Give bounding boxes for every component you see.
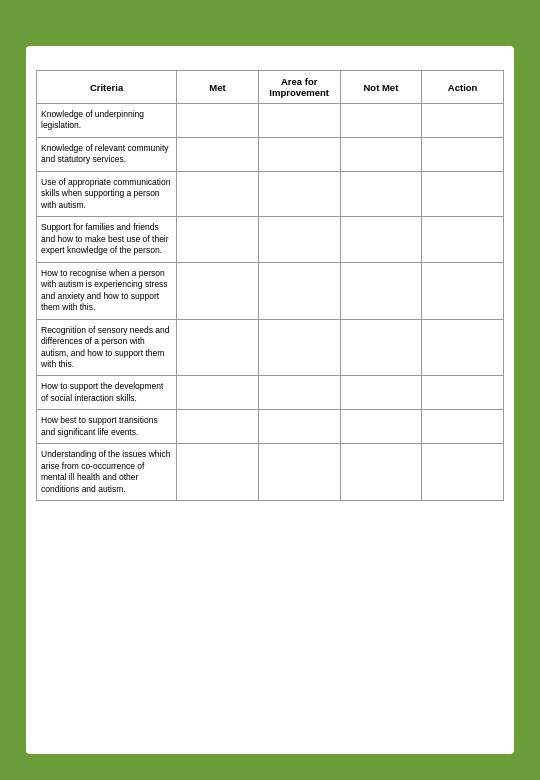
criteria-cell: Understanding of the issues which arise … (37, 444, 177, 501)
data-cell (422, 262, 504, 319)
data-cell (340, 137, 422, 171)
criteria-cell: How best to support transitions and sign… (37, 410, 177, 444)
table-row: Knowledge of underpinning legislation. (37, 104, 504, 138)
col-not-met: Not Met (340, 71, 422, 104)
table-row: Understanding of the issues which arise … (37, 444, 504, 501)
criteria-cell: Support for families and friends and how… (37, 217, 177, 262)
data-cell (422, 444, 504, 501)
data-cell (340, 171, 422, 216)
table-row: Knowledge of relevant community and stat… (37, 137, 504, 171)
data-cell (177, 376, 259, 410)
data-cell (340, 410, 422, 444)
table-row: How best to support transitions and sign… (37, 410, 504, 444)
data-cell (177, 319, 259, 376)
data-cell (340, 444, 422, 501)
white-card: Criteria Met Area forImprovement Not Met… (26, 46, 514, 754)
data-cell (258, 410, 340, 444)
data-cell (422, 137, 504, 171)
data-cell (422, 171, 504, 216)
data-cell (258, 376, 340, 410)
data-cell (258, 217, 340, 262)
data-cell (177, 137, 259, 171)
data-cell (422, 104, 504, 138)
data-cell (177, 262, 259, 319)
table-wrapper: Criteria Met Area forImprovement Not Met… (26, 70, 514, 754)
data-cell (258, 319, 340, 376)
data-cell (340, 376, 422, 410)
data-cell (422, 376, 504, 410)
data-cell (177, 217, 259, 262)
data-cell (340, 319, 422, 376)
data-cell (177, 444, 259, 501)
table-row: Recognition of sensory needs and differe… (37, 319, 504, 376)
table-row: Use of appropriate communication skills … (37, 171, 504, 216)
criteria-cell: Use of appropriate communication skills … (37, 171, 177, 216)
outer-container: Criteria Met Area forImprovement Not Met… (16, 16, 524, 764)
criteria-cell: How to recognise when a person with auti… (37, 262, 177, 319)
table-body: Knowledge of underpinning legislation.Kn… (37, 104, 504, 501)
data-cell (258, 171, 340, 216)
data-cell (258, 444, 340, 501)
data-cell (422, 217, 504, 262)
data-cell (177, 410, 259, 444)
data-cell (422, 319, 504, 376)
data-cell (258, 262, 340, 319)
table-row: How to support the development of social… (37, 376, 504, 410)
data-cell (422, 410, 504, 444)
checklist-table: Criteria Met Area forImprovement Not Met… (36, 70, 504, 501)
data-cell (340, 104, 422, 138)
data-cell (340, 217, 422, 262)
criteria-cell: Knowledge of relevant community and stat… (37, 137, 177, 171)
data-cell (340, 262, 422, 319)
criteria-cell: Knowledge of underpinning legislation. (37, 104, 177, 138)
col-action: Action (422, 71, 504, 104)
col-area-improvement: Area forImprovement (258, 71, 340, 104)
data-cell (258, 137, 340, 171)
table-row: Support for families and friends and how… (37, 217, 504, 262)
data-cell (177, 171, 259, 216)
col-criteria: Criteria (37, 71, 177, 104)
data-cell (177, 104, 259, 138)
card-header (26, 46, 514, 70)
criteria-cell: How to support the development of social… (37, 376, 177, 410)
table-row: How to recognise when a person with auti… (37, 262, 504, 319)
title-bar (26, 26, 514, 46)
table-header-row: Criteria Met Area forImprovement Not Met… (37, 71, 504, 104)
col-met: Met (177, 71, 259, 104)
data-cell (258, 104, 340, 138)
criteria-cell: Recognition of sensory needs and differe… (37, 319, 177, 376)
